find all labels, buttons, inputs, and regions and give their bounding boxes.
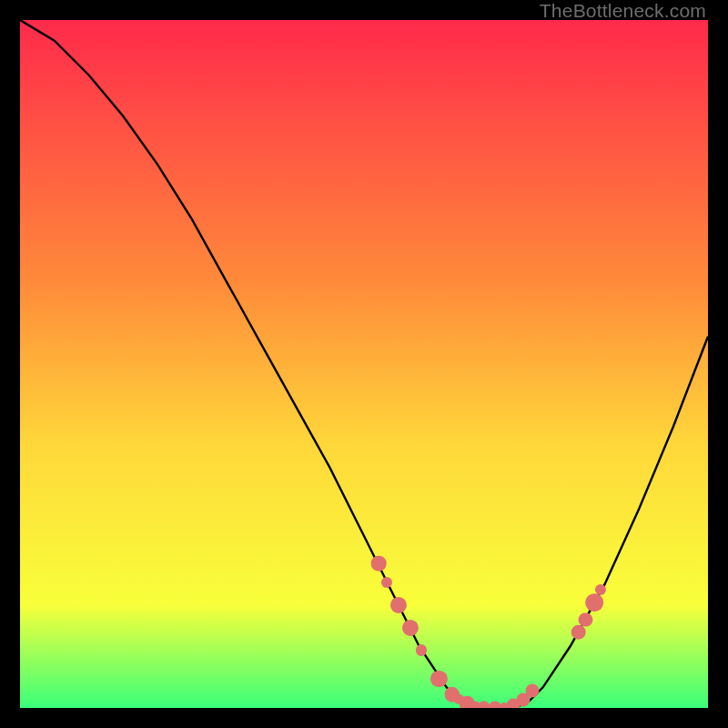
- bottleneck-curve: [20, 20, 708, 708]
- chart-frame: TheBottleneck.com: [0, 0, 728, 728]
- data-marker: [371, 556, 387, 571]
- data-marker: [585, 594, 603, 612]
- branding-text: TheBottleneck.com: [540, 0, 706, 22]
- plot-area: [20, 20, 708, 708]
- data-marker: [571, 625, 587, 641]
